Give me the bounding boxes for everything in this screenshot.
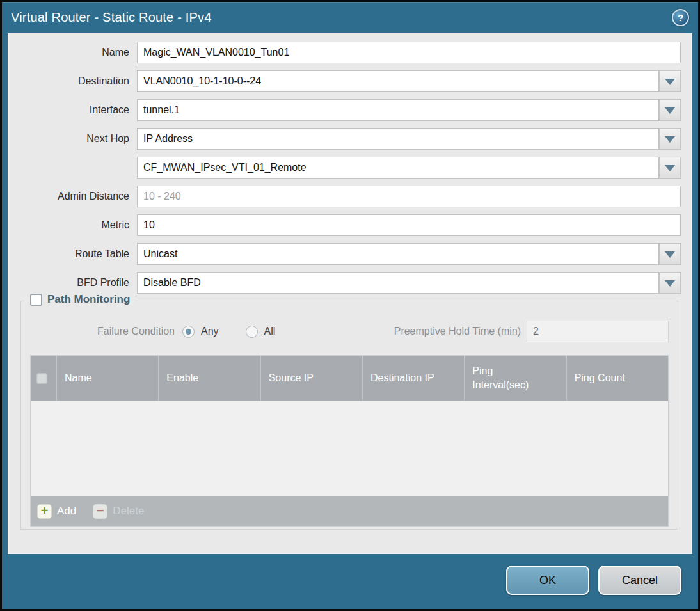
destination-input[interactable] xyxy=(137,70,659,92)
chevron-down-icon xyxy=(665,251,675,258)
path-monitoring-table: Name Enable Source IP Destination IP Pin… xyxy=(30,355,669,527)
preemptive-hold-time-group: Preemptive Hold Time (min) xyxy=(394,321,669,342)
metric-label: Metric xyxy=(17,214,137,236)
radio-any-label: Any xyxy=(201,326,219,337)
bfd-profile-dropdown-button[interactable] xyxy=(659,272,681,294)
delete-button[interactable]: − Delete xyxy=(93,504,144,519)
bfd-profile-row: BFD Profile xyxy=(17,272,681,294)
column-header-ping-interval[interactable]: Ping Interval(sec) xyxy=(464,356,566,401)
next-hop-label: Next Hop xyxy=(17,128,137,150)
chevron-down-icon xyxy=(665,79,675,85)
next-hop-type-input[interactable] xyxy=(137,128,659,150)
name-input[interactable] xyxy=(137,42,681,63)
radio-all-label: All xyxy=(264,326,276,337)
next-hop-address-label xyxy=(17,157,137,179)
metric-input[interactable] xyxy=(137,214,681,236)
radio-any[interactable] xyxy=(182,326,195,338)
ok-button[interactable]: OK xyxy=(506,566,589,595)
table-footer-bar: + Add − Delete xyxy=(31,496,668,526)
failure-condition-label: Failure Condition xyxy=(30,326,182,337)
destination-dropdown-button[interactable] xyxy=(659,70,681,92)
dialog-title: Virtual Router - Static Route - IPv4 xyxy=(11,10,212,25)
route-table-row: Route Table xyxy=(17,243,681,265)
admin-distance-input[interactable] xyxy=(137,186,681,207)
failure-condition-row: Failure Condition Any All Preemptive Hol… xyxy=(30,321,669,342)
help-icon[interactable]: ? xyxy=(672,9,689,26)
column-header-source-ip[interactable]: Source IP xyxy=(260,356,362,401)
bfd-profile-label: BFD Profile xyxy=(17,272,137,294)
next-hop-address-input[interactable] xyxy=(137,157,659,179)
delete-button-label: Delete xyxy=(113,505,144,518)
path-monitoring-legend: Path Monitoring xyxy=(25,293,135,306)
interface-row: Interface xyxy=(17,99,681,121)
route-table-label: Route Table xyxy=(17,243,137,265)
name-label: Name xyxy=(17,42,137,63)
next-hop-address-dropdown-button[interactable] xyxy=(659,157,681,179)
chevron-down-icon xyxy=(665,165,675,171)
next-hop-type-dropdown-button[interactable] xyxy=(659,128,681,150)
path-monitoring-title: Path Monitoring xyxy=(47,293,130,306)
bfd-profile-input[interactable] xyxy=(137,272,659,294)
path-monitoring-section: Path Monitoring Failure Condition Any Al… xyxy=(20,301,678,530)
column-header-enable[interactable]: Enable xyxy=(158,356,260,401)
add-icon: + xyxy=(37,504,52,519)
next-hop-row: Next Hop xyxy=(17,128,681,150)
route-table-dropdown-button[interactable] xyxy=(659,243,681,265)
chevron-down-icon xyxy=(665,136,675,143)
dialog-body: Name Destination Interface xyxy=(8,33,692,554)
interface-label: Interface xyxy=(17,99,137,121)
column-header-ping-count[interactable]: Ping Count xyxy=(566,356,668,401)
static-route-dialog: Virtual Router - Static Route - IPv4 ? N… xyxy=(0,0,700,611)
dialog-titlebar: Virtual Router - Static Route - IPv4 ? xyxy=(2,2,698,33)
next-hop-address-row xyxy=(17,157,681,179)
destination-label: Destination xyxy=(17,70,137,92)
metric-row: Metric xyxy=(17,214,681,236)
delete-icon: − xyxy=(93,504,107,519)
route-table-input[interactable] xyxy=(137,243,659,265)
add-button[interactable]: + Add xyxy=(37,504,76,519)
destination-row: Destination xyxy=(17,70,681,92)
table-body-empty xyxy=(31,401,668,496)
add-button-label: Add xyxy=(57,505,76,518)
interface-input[interactable] xyxy=(137,99,659,121)
name-row: Name xyxy=(17,42,681,63)
dialog-footer: OK Cancel xyxy=(506,566,681,595)
chevron-down-icon xyxy=(665,280,675,287)
cancel-button[interactable]: Cancel xyxy=(598,566,681,595)
column-header-name[interactable]: Name xyxy=(56,356,158,401)
preemptive-hold-time-label: Preemptive Hold Time (min) xyxy=(394,326,527,337)
admin-distance-row: Admin Distance xyxy=(17,186,681,207)
radio-all[interactable] xyxy=(246,326,258,338)
preemptive-hold-time-input xyxy=(527,321,669,342)
select-all-checkbox[interactable] xyxy=(36,373,47,384)
table-header-checkbox-cell xyxy=(31,356,56,401)
interface-dropdown-button[interactable] xyxy=(659,99,681,121)
chevron-down-icon xyxy=(665,107,675,114)
table-header-row: Name Enable Source IP Destination IP Pin… xyxy=(31,356,668,401)
column-header-destination-ip[interactable]: Destination IP xyxy=(362,356,464,401)
admin-distance-label: Admin Distance xyxy=(17,186,137,207)
path-monitoring-checkbox[interactable] xyxy=(30,294,42,306)
